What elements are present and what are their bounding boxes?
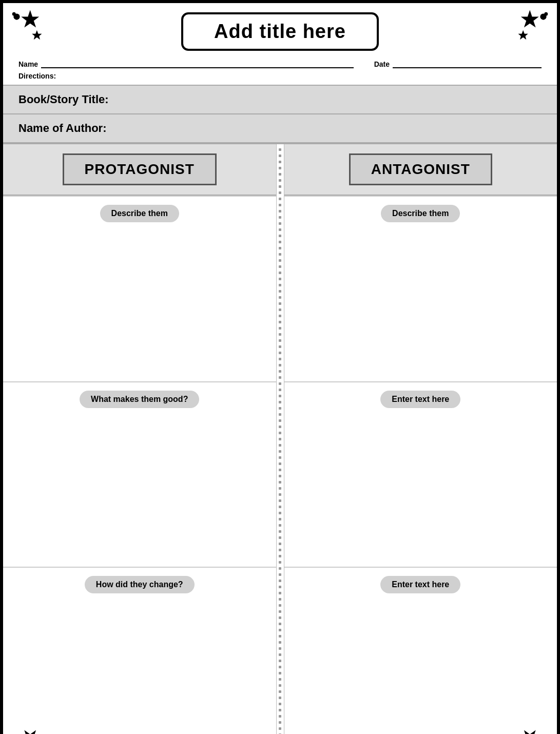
svg-marker-6 <box>521 10 539 27</box>
antagonist-text1-cell[interactable]: Enter text here <box>284 381 557 567</box>
name-line <box>41 67 354 68</box>
svg-marker-7 <box>518 30 528 40</box>
author-label: Name of Author: <box>18 122 107 134</box>
directions-row: Directions: <box>3 70 557 85</box>
protagonist-header: PROTAGONIST <box>3 144 276 196</box>
svg-point-5 <box>544 12 548 16</box>
corner-decoration-tr <box>514 5 555 46</box>
antagonist-describe-tag: Describe them <box>381 205 460 222</box>
protagonist-describe-tag: Describe them <box>100 205 179 222</box>
svg-marker-2 <box>21 10 39 27</box>
protagonist-label: PROTAGONIST <box>85 161 195 177</box>
antagonist-header: ANTAGONIST <box>284 144 557 196</box>
antagonist-label-box: ANTAGONIST <box>349 153 492 185</box>
protagonist-good-tag: What makes them good? <box>80 391 199 408</box>
svg-marker-3 <box>32 30 42 40</box>
name-field: Name <box>18 60 354 68</box>
antagonist-text2-cell[interactable]: Enter text here <box>284 567 557 734</box>
corner-decoration-bl <box>5 711 46 734</box>
column-divider <box>276 144 284 734</box>
header-area: Add title here <box>3 3 557 56</box>
svg-point-1 <box>12 12 16 16</box>
author-bar: Name of Author: <box>3 114 557 143</box>
svg-marker-10 <box>21 730 39 735</box>
date-line <box>393 67 542 68</box>
svg-marker-13 <box>521 730 539 735</box>
title-box[interactable]: Add title here <box>181 12 379 51</box>
page-title: Add title here <box>214 21 346 43</box>
corner-decoration-br <box>514 711 555 734</box>
protagonist-column: PROTAGONIST Describe them What makes the… <box>3 144 276 734</box>
protagonist-label-box: PROTAGONIST <box>63 153 217 185</box>
protagonist-good-cell[interactable]: What makes them good? <box>3 381 276 567</box>
content-area: PROTAGONIST Describe them What makes the… <box>3 143 557 734</box>
book-title-label: Book/Story Title: <box>18 93 109 106</box>
date-label: Date <box>374 60 390 68</box>
name-date-row: Name Date <box>3 56 557 70</box>
protagonist-change-cell[interactable]: How did they change? <box>3 567 276 734</box>
protagonist-change-tag: How did they change? <box>85 576 195 593</box>
antagonist-text1-tag: Enter text here <box>380 391 460 408</box>
directions-label: Directions: <box>18 72 56 80</box>
book-title-bar: Book/Story Title: <box>3 85 557 114</box>
antagonist-text2-tag: Enter text here <box>380 576 460 593</box>
antagonist-column: ANTAGONIST Describe them Enter text here… <box>284 144 557 734</box>
date-field: Date <box>374 60 542 68</box>
antagonist-describe-cell[interactable]: Describe them <box>284 196 557 381</box>
page: Add title here Name Date Directions: Boo… <box>0 0 560 734</box>
protagonist-describe-cell[interactable]: Describe them <box>3 196 276 381</box>
corner-decoration-tl <box>5 5 46 46</box>
name-label: Name <box>18 60 38 68</box>
antagonist-label: ANTAGONIST <box>371 161 470 177</box>
